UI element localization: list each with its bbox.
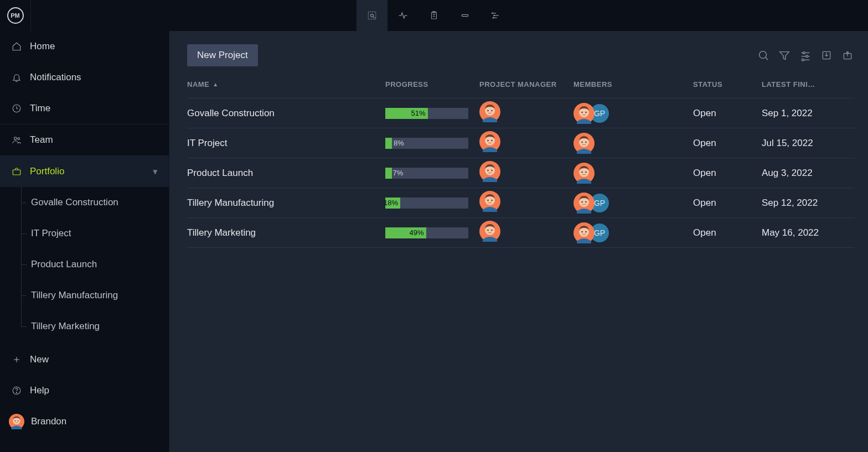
cell-name: Govalle Construction — [187, 108, 385, 119]
user-avatar-icon — [9, 414, 24, 429]
home-icon — [11, 41, 22, 52]
activity-icon[interactable] — [388, 0, 418, 31]
sidebar-item-home[interactable]: Home — [0, 31, 169, 62]
cell-progress: 18% — [385, 198, 479, 209]
sidebar-item-time[interactable]: Time — [0, 93, 169, 124]
column-project-manager[interactable]: PROJECT MANAGER — [479, 80, 574, 89]
portfolio-subitems: Govalle ConstructionIT ProjectProduct La… — [0, 187, 169, 342]
cell-members — [574, 133, 693, 154]
svg-point-34 — [802, 59, 804, 61]
portfolio-subitem[interactable]: Govalle Construction — [21, 187, 169, 218]
sidebar-item-team[interactable]: Team — [0, 124, 169, 155]
cell-finish: Jul 15, 2022 — [762, 138, 855, 149]
cell-members — [574, 163, 693, 184]
avatar-icon — [479, 131, 500, 152]
clipboard-icon[interactable] — [418, 0, 450, 31]
cell-project-manager — [479, 221, 574, 245]
column-members[interactable]: MEMBERS — [574, 80, 693, 89]
table-row[interactable]: Govalle Construction51%GPOpenSep 1, 2022 — [187, 98, 855, 128]
cell-name: Product Launch — [187, 168, 385, 179]
settings-sliders-icon[interactable] — [798, 48, 813, 63]
cell-project-manager — [479, 161, 574, 185]
sidebar: Home Notifications Time Team — [0, 31, 169, 452]
sidebar-item-new[interactable]: New — [0, 344, 169, 375]
svg-point-19 — [14, 137, 17, 140]
avatar-icon — [574, 133, 595, 154]
table-row[interactable]: Tillery Marketing49%GPOpenMay 16, 2022 — [187, 218, 855, 248]
sidebar-item-help[interactable]: Help — [0, 375, 169, 406]
avatar-icon — [479, 221, 500, 242]
overview-icon[interactable] — [356, 0, 388, 31]
progress-bar: 18% — [385, 198, 468, 209]
svg-point-15 — [492, 13, 493, 14]
filter-icon[interactable] — [777, 48, 792, 63]
bell-icon — [11, 72, 22, 83]
svg-point-5 — [371, 14, 374, 17]
help-icon — [11, 385, 22, 396]
progress-bar: 51% — [385, 108, 468, 119]
table-row[interactable]: Tillery Manufacturing18%GPOpenSep 12, 20… — [187, 188, 855, 218]
svg-line-27 — [766, 58, 768, 60]
portfolio-subitem[interactable]: IT Project — [21, 218, 169, 249]
cell-finish: Sep 12, 2022 — [762, 198, 855, 209]
toolbar-actions — [756, 48, 855, 63]
cell-progress: 49% — [385, 227, 479, 238]
cell-members: GP — [574, 103, 693, 124]
new-project-button[interactable]: New Project — [187, 44, 258, 66]
svg-point-17 — [493, 17, 494, 18]
roadmap-icon[interactable] — [480, 0, 512, 31]
svg-rect-11 — [462, 14, 468, 16]
search-icon[interactable] — [756, 48, 771, 63]
logo-box[interactable]: PM — [0, 0, 31, 31]
avatar-icon — [574, 103, 595, 124]
portfolio-subitem[interactable]: Tillery Manufacturing — [21, 280, 169, 311]
portfolio-subitem[interactable]: Tillery Marketing — [21, 311, 169, 342]
clock-icon — [11, 103, 22, 114]
svg-line-6 — [374, 17, 375, 18]
plus-icon — [11, 354, 22, 365]
avatar-icon — [479, 101, 500, 122]
cell-members: GP — [574, 222, 693, 243]
svg-point-30 — [803, 52, 805, 54]
team-icon — [11, 134, 22, 146]
table-row[interactable]: IT Project8%OpenJul 15, 2022 — [187, 128, 855, 158]
progress-bar: 8% — [385, 138, 468, 149]
cell-status: Open — [693, 108, 762, 119]
column-progress[interactable]: PROGRESS — [385, 80, 479, 89]
top-view-switcher — [356, 0, 512, 31]
import-icon[interactable] — [819, 48, 834, 63]
cell-project-manager — [479, 131, 574, 155]
table-header: NAME ▲ PROGRESS PROJECT MANAGER MEMBERS … — [187, 71, 855, 98]
sidebar-item-label: Team — [30, 134, 53, 146]
table-body: Govalle Construction51%GPOpenSep 1, 2022… — [187, 98, 855, 248]
cell-finish: Sep 1, 2022 — [762, 108, 855, 119]
sidebar-item-label: Notifications — [30, 72, 81, 83]
sidebar-item-notifications[interactable]: Notifications — [0, 62, 169, 93]
progress-bar: 7% — [385, 168, 468, 179]
table-row[interactable]: Product Launch7%OpenAug 3, 2022 — [187, 158, 855, 188]
cell-finish: May 16, 2022 — [762, 227, 855, 238]
cell-name: Tillery Marketing — [187, 227, 385, 238]
column-latest-finish[interactable]: LATEST FINI… — [762, 80, 855, 89]
avatar-icon — [574, 222, 595, 243]
sidebar-item-label: Help — [30, 385, 49, 396]
cell-status: Open — [693, 168, 762, 179]
cell-project-manager — [479, 101, 574, 125]
top-header: PM — [0, 0, 868, 31]
svg-point-32 — [806, 55, 808, 58]
svg-point-16 — [494, 15, 495, 16]
sort-ascending-icon: ▲ — [213, 81, 218, 87]
sidebar-item-label: Time — [30, 103, 50, 114]
cell-finish: Aug 3, 2022 — [762, 168, 855, 179]
avatar-icon — [479, 161, 500, 182]
sidebar-item-portfolio[interactable]: Portfolio ▾ — [0, 156, 169, 187]
export-icon[interactable] — [840, 48, 855, 63]
chevron-down-icon: ▾ — [153, 166, 158, 178]
column-name[interactable]: NAME ▲ — [187, 80, 385, 89]
portfolio-subitem[interactable]: Product Launch — [21, 249, 169, 280]
attachment-icon[interactable] — [450, 0, 480, 31]
cell-members: GP — [574, 193, 693, 214]
column-status[interactable]: STATUS — [693, 80, 762, 89]
logo-icon: PM — [7, 7, 24, 24]
sidebar-user[interactable]: Brandon — [0, 406, 169, 437]
